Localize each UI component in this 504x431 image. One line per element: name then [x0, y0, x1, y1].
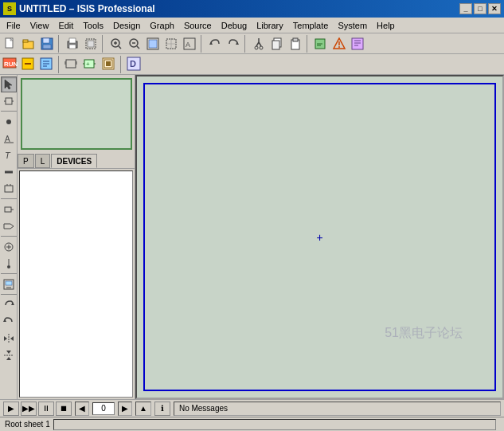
- menu-file[interactable]: File: [2, 18, 25, 33]
- left-toolbar: A T: [0, 75, 18, 399]
- svg-marker-93: [3, 319, 6, 322]
- save-button[interactable]: [38, 35, 56, 53]
- svg-text:A: A: [5, 135, 10, 143]
- minimize-button[interactable]: _: [459, 3, 472, 14]
- svg-text:T: T: [5, 151, 11, 160]
- menu-tools[interactable]: Tools: [78, 18, 108, 33]
- horizontal-scrollbar[interactable]: [53, 419, 496, 430]
- play-button[interactable]: ▶: [3, 402, 19, 416]
- subcircuit-tool[interactable]: [1, 181, 17, 197]
- zoom-out-button[interactable]: [126, 35, 143, 53]
- probe-tool[interactable]: [1, 256, 17, 272]
- svg-point-29: [260, 46, 263, 49]
- rotate-cw-tool[interactable]: [1, 297, 17, 313]
- step-up[interactable]: ▲: [135, 402, 151, 416]
- generator-tool[interactable]: [1, 239, 17, 255]
- schematic-border: + 51黑电子论坛: [143, 83, 496, 391]
- port-tool[interactable]: [1, 218, 17, 234]
- svg-point-88: [7, 265, 10, 268]
- component-tool[interactable]: [1, 93, 17, 109]
- svg-text:RUN: RUN: [4, 61, 18, 68]
- property-assignment[interactable]: [38, 56, 56, 73]
- info-button[interactable]: ℹ: [154, 402, 170, 416]
- cut-button[interactable]: [250, 35, 268, 53]
- highlight-net[interactable]: [20, 56, 37, 73]
- stop-button[interactable]: ⏹: [56, 402, 72, 416]
- mirror-h-tool[interactable]: [1, 331, 17, 347]
- step-forward[interactable]: ▶: [118, 402, 132, 416]
- step-back[interactable]: ◀: [75, 402, 89, 416]
- bus-tool[interactable]: [1, 164, 17, 180]
- annotate-button[interactable]: [312, 35, 330, 53]
- terminal-tool[interactable]: [1, 202, 17, 217]
- zoom-fit-button[interactable]: A: [181, 35, 198, 53]
- schematic-area[interactable]: + 51黑电子论坛: [135, 75, 504, 399]
- menu-graph[interactable]: Graph: [145, 18, 179, 33]
- text-tool[interactable]: T: [1, 147, 17, 163]
- copy-button[interactable]: [268, 35, 286, 53]
- svg-marker-92: [11, 302, 14, 305]
- run-simulation[interactable]: RUN: [2, 56, 19, 73]
- zoom-all-button[interactable]: [144, 35, 162, 53]
- virtual-inst-tool[interactable]: [1, 276, 17, 292]
- new-button[interactable]: [2, 35, 19, 53]
- svg-marker-96: [10, 336, 14, 341]
- menu-design[interactable]: Design: [108, 18, 145, 33]
- svg-marker-99: [6, 357, 11, 360]
- window-controls: _ □ ✕: [459, 3, 501, 14]
- netlist-button[interactable]: [349, 35, 366, 53]
- separator-4: [1, 273, 17, 275]
- packaging-tool[interactable]: [100, 56, 118, 73]
- step-button[interactable]: ▶▶: [21, 402, 37, 416]
- device-list[interactable]: [19, 170, 133, 398]
- component-tabs: P L DEVICES: [18, 153, 135, 169]
- svg-rect-70: [6, 98, 12, 104]
- undo-button[interactable]: [206, 35, 224, 53]
- zoom-in-button[interactable]: [107, 35, 125, 53]
- pause-button[interactable]: ⏸: [38, 402, 54, 416]
- wire-label-tool[interactable]: A: [1, 131, 17, 147]
- tab-l[interactable]: L: [35, 154, 51, 168]
- print-area-button[interactable]: [82, 35, 100, 53]
- maximize-button[interactable]: □: [474, 3, 486, 14]
- svg-rect-34: [272, 41, 279, 49]
- bottombar: Root sheet 1: [0, 417, 504, 431]
- step-input[interactable]: 0: [92, 402, 115, 415]
- junction-tool[interactable]: [1, 114, 17, 130]
- tab-devices[interactable]: DEVICES: [51, 154, 97, 168]
- select-tool[interactable]: [1, 76, 17, 92]
- menu-library[interactable]: Library: [252, 18, 288, 33]
- menu-template[interactable]: Template: [288, 18, 334, 33]
- close-button[interactable]: ✕: [488, 3, 501, 14]
- electrical-rules-button[interactable]: [330, 35, 348, 53]
- svg-rect-36: [293, 38, 298, 41]
- window-title: UNTITLED – ISIS Professional: [19, 3, 459, 14]
- svg-marker-98: [6, 351, 11, 354]
- print-button[interactable]: [64, 35, 81, 53]
- separator-3: [1, 236, 17, 237]
- menu-edit[interactable]: Edit: [53, 18, 78, 33]
- separator-1: [58, 35, 61, 53]
- svg-rect-3: [23, 40, 28, 42]
- redo-button[interactable]: [225, 35, 242, 53]
- svg-text:A: A: [186, 41, 190, 49]
- tab-p[interactable]: P: [18, 154, 34, 168]
- paste-button[interactable]: [287, 35, 304, 53]
- menu-system[interactable]: System: [333, 18, 372, 33]
- open-button[interactable]: [20, 35, 37, 53]
- mirror-v-tool[interactable]: [1, 347, 17, 363]
- menu-source[interactable]: Source: [179, 18, 217, 33]
- svg-line-15: [119, 46, 121, 49]
- make-device[interactable]: +: [82, 56, 100, 73]
- watermark: 51黑电子论坛: [385, 325, 463, 342]
- rotate-ccw-tool[interactable]: [1, 314, 17, 330]
- menu-help[interactable]: Help: [372, 18, 400, 33]
- toolbar-main: A: [0, 33, 504, 54]
- menu-debug[interactable]: Debug: [217, 18, 252, 33]
- zoom-selection-button[interactable]: [162, 35, 180, 53]
- preview-area: [21, 78, 132, 150]
- decompose[interactable]: D: [126, 56, 143, 73]
- menu-view[interactable]: View: [25, 18, 54, 33]
- separator: [1, 111, 17, 112]
- new-component[interactable]: [64, 56, 81, 73]
